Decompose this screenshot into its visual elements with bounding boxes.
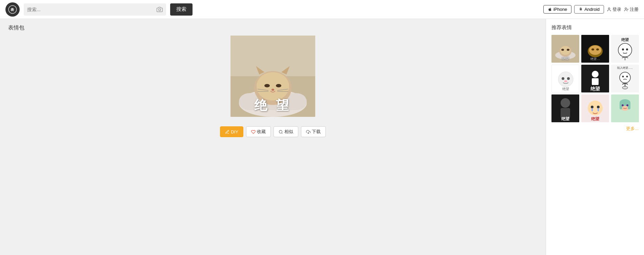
svg-text:绝望: 绝望 [591, 116, 599, 121]
svg-point-57 [622, 76, 624, 78]
android-button[interactable]: Android [574, 5, 604, 14]
iphone-label: iPhone [554, 7, 567, 12]
action-bar: DIY 收藏 相似 下载 [220, 126, 326, 137]
svg-text:绝望: 绝望 [621, 38, 629, 42]
search-input[interactable] [27, 7, 157, 12]
svg-point-34 [591, 48, 594, 50]
register-button[interactable]: 注册 [624, 6, 639, 13]
download-button[interactable]: 下载 [301, 126, 326, 137]
recommend-item[interactable]: 绝望 [551, 65, 579, 92]
cat-image: 绝 望 [230, 36, 315, 117]
svg-text:绝望: 绝望 [562, 87, 569, 91]
sticker-image-container: 绝 望 [8, 36, 538, 117]
svg-point-4 [625, 7, 627, 9]
register-label: 注册 [630, 6, 639, 13]
recommend-item[interactable]: 陷入绝望...... [611, 65, 639, 92]
svg-point-33 [589, 45, 601, 55]
svg-line-23 [282, 133, 282, 133]
favorite-label: 收藏 [257, 129, 266, 135]
android-label: Android [584, 7, 600, 12]
svg-text:陷入绝望......: 陷入绝望...... [617, 66, 632, 69]
svg-point-64 [561, 98, 570, 108]
svg-point-47 [567, 77, 570, 80]
download-label: 下载 [312, 129, 321, 135]
svg-point-30 [567, 49, 569, 51]
svg-point-62 [622, 86, 628, 89]
diy-label: DIY [231, 129, 238, 134]
recommend-item-label: 绝望.... [590, 57, 600, 61]
svg-point-51 [592, 71, 599, 78]
svg-point-15 [264, 84, 270, 87]
sticker-area: 绝 望 DIY 收藏 相似 下载 [8, 36, 546, 137]
svg-rect-52 [592, 78, 599, 85]
svg-point-72 [598, 108, 599, 111]
diy-button[interactable]: DIY [220, 126, 243, 137]
svg-point-39 [622, 48, 624, 50]
similar-label: 相似 [284, 129, 293, 135]
right-panel: 推荐表情 绝望 [546, 19, 644, 255]
recommend-item[interactable]: 绝望 [581, 65, 609, 92]
header: 表 搜索 iPhone Android 登录 注册 [0, 0, 644, 19]
more-link[interactable]: 更多... [551, 126, 639, 132]
svg-point-17 [271, 89, 274, 91]
left-panel: 表情包 [0, 19, 546, 255]
svg-point-80 [626, 104, 628, 106]
similar-button[interactable]: 相似 [274, 126, 298, 137]
login-label: 登录 [612, 6, 621, 13]
iphone-button[interactable]: iPhone [543, 5, 571, 14]
svg-text:绝望: 绝望 [590, 86, 600, 91]
recommend-item-label: 绝望 [562, 56, 569, 61]
svg-point-70 [597, 106, 600, 108]
section-title: 表情包 [8, 24, 24, 31]
favorite-button[interactable]: 收藏 [246, 126, 271, 137]
search-bar [24, 3, 166, 16]
search-button[interactable]: 搜索 [170, 3, 193, 16]
svg-point-40 [626, 48, 628, 50]
svg-point-48 [564, 80, 567, 82]
recommend-item[interactable] [611, 94, 639, 122]
svg-point-68 [588, 101, 603, 115]
logo[interactable]: 表 [5, 2, 20, 17]
svg-point-79 [622, 104, 624, 106]
recommend-title: 推荐表情 [551, 24, 639, 31]
svg-point-3 [608, 7, 610, 9]
recommend-item[interactable]: 绝望 [581, 94, 609, 122]
svg-rect-8 [230, 36, 315, 76]
recommend-item[interactable]: 绝望 [551, 35, 579, 63]
sticker-main-image[interactable]: 绝 望 [230, 36, 315, 117]
svg-point-58 [626, 76, 628, 78]
svg-point-38 [618, 43, 632, 57]
sticker-text-overlay: 绝 望 [254, 97, 292, 114]
svg-point-71 [591, 108, 593, 111]
svg-text:绝望: 绝望 [561, 116, 569, 121]
svg-point-56 [620, 72, 630, 83]
svg-point-14 [257, 72, 289, 101]
svg-text:表: 表 [11, 7, 14, 11]
camera-icon[interactable] [157, 6, 163, 13]
svg-point-16 [276, 84, 281, 87]
svg-point-2 [159, 8, 161, 10]
recommend-item[interactable]: 绝望.... [581, 35, 609, 63]
svg-point-29 [561, 49, 564, 51]
main-content: 表情包 [0, 19, 644, 255]
svg-point-69 [591, 106, 593, 108]
recommend-item[interactable]: 绝望 [551, 94, 579, 122]
recommend-item[interactable]: 绝望 [611, 35, 639, 63]
svg-point-35 [596, 48, 599, 50]
svg-point-46 [562, 77, 564, 80]
login-button[interactable]: 登录 [607, 6, 621, 13]
svg-point-22 [279, 130, 282, 133]
header-right: iPhone Android 登录 注册 [543, 5, 639, 14]
svg-point-45 [558, 72, 573, 87]
recommend-grid: 绝望 绝望.... 绝望 [551, 35, 639, 122]
